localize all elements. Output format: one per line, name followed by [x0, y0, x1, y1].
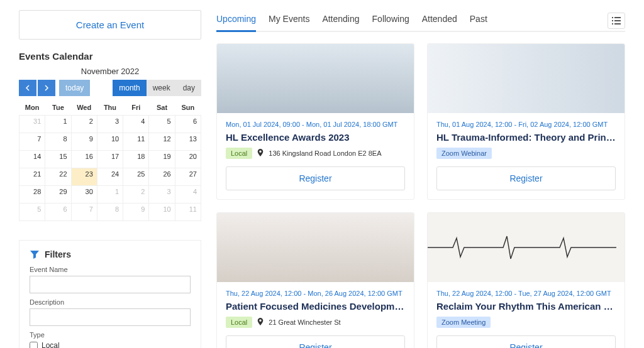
calendar-day[interactable]: 6: [175, 116, 201, 133]
calendar-day[interactable]: 11: [123, 133, 149, 151]
tab-past[interactable]: Past: [470, 10, 487, 31]
calendar-day[interactable]: 19: [149, 151, 175, 168]
calendar-view-day[interactable]: day: [177, 80, 201, 96]
calendar-day[interactable]: 7: [71, 204, 97, 221]
tab-upcoming[interactable]: Upcoming: [216, 10, 256, 32]
svg-rect-1: [614, 17, 621, 18]
filter-icon: [30, 249, 40, 259]
register-button[interactable]: Register: [436, 335, 616, 348]
svg-rect-5: [614, 23, 621, 24]
calendar-day[interactable]: 9: [71, 133, 97, 151]
event-meta: Local136 Kingsland Road London E2 8EA: [226, 148, 405, 159]
calendar-title: Events Calendar: [19, 51, 201, 62]
event-card: Thu, 01 Aug 2024, 12:00 - Fri, 02 Aug 20…: [427, 43, 625, 200]
calendar-day[interactable]: 21: [19, 168, 45, 186]
calendar-day[interactable]: 2: [123, 186, 149, 204]
calendar-day[interactable]: 5: [19, 204, 45, 221]
event-badge: Zoom Meeting: [436, 317, 491, 328]
tab-attending[interactable]: Attending: [322, 10, 359, 31]
calendar-day[interactable]: 2: [71, 116, 97, 133]
svg-rect-2: [612, 20, 613, 21]
calendar-prev-button[interactable]: [19, 80, 36, 96]
tab-my-events[interactable]: My Events: [269, 10, 309, 31]
register-button[interactable]: Register: [436, 166, 616, 190]
calendar-day[interactable]: 4: [123, 116, 149, 133]
calendar-day[interactable]: 18: [123, 151, 149, 168]
filter-input-eventname[interactable]: [30, 276, 191, 293]
tab-following[interactable]: Following: [372, 10, 409, 31]
filters-panel: Filters Event Name Description Type Loca…: [19, 240, 201, 348]
calendar-day[interactable]: 16: [71, 151, 97, 168]
calendar-view-month[interactable]: month: [113, 80, 146, 96]
event-badge: Local: [226, 148, 252, 159]
calendar-day[interactable]: 3: [97, 116, 123, 133]
event-meta: Zoom Meeting: [436, 317, 616, 328]
calendar-day[interactable]: 11: [175, 204, 201, 221]
calendar-day[interactable]: 31: [19, 116, 45, 133]
calendar-day[interactable]: 25: [123, 168, 149, 186]
register-button[interactable]: Register: [226, 335, 405, 348]
calendar-day[interactable]: 13: [175, 133, 201, 151]
calendar-day[interactable]: 20: [175, 151, 201, 168]
filter-type-checkbox[interactable]: [30, 342, 38, 349]
calendar-day[interactable]: 24: [97, 168, 123, 186]
list-view-toggle[interactable]: [608, 13, 625, 29]
calendar-day[interactable]: 29: [45, 186, 71, 204]
filter-label-description: Description: [30, 298, 191, 306]
calendar-day[interactable]: 9: [123, 204, 149, 221]
calendar-day[interactable]: 26: [149, 168, 175, 186]
event-title[interactable]: HL Excellence Awards 2023: [226, 132, 405, 143]
calendar-day[interactable]: 5: [149, 116, 175, 133]
chevron-right-icon: [44, 85, 49, 91]
event-card: Thu, 22 Aug 2024, 12:00 - Mon, 26 Aug 20…: [216, 212, 414, 348]
event-title[interactable]: Reclaim Your Rhythm This American Heart …: [436, 301, 616, 312]
calendar-day[interactable]: 10: [149, 204, 175, 221]
event-date: Thu, 01 Aug 2024, 12:00 - Fri, 02 Aug 20…: [436, 121, 616, 128]
filter-input-description[interactable]: [30, 308, 191, 326]
calendar-day[interactable]: 23: [71, 168, 97, 186]
calendar-day[interactable]: 10: [97, 133, 123, 151]
event-title[interactable]: Patient Focused Medicines Development Co…: [226, 301, 405, 312]
calendar-day[interactable]: 1: [45, 116, 71, 133]
tab-attended[interactable]: Attended: [422, 10, 457, 31]
calendar-day[interactable]: 3: [149, 186, 175, 204]
calendar-day[interactable]: 17: [97, 151, 123, 168]
calendar-weekday: Sun: [175, 100, 201, 116]
event-card: Thu, 22 Aug 2024, 12:00 - Tue, 27 Aug 20…: [427, 212, 625, 348]
calendar-today-button[interactable]: today: [59, 80, 90, 96]
event-date: Mon, 01 Jul 2024, 09:00 - Mon, 01 Jul 20…: [226, 121, 405, 128]
calendar-day[interactable]: 6: [45, 204, 71, 221]
calendar-grid: MonTueWedThuFriSatSun 311234567891011121…: [19, 100, 201, 221]
calendar-next-button[interactable]: [38, 80, 55, 96]
filters-title: Filters: [45, 249, 71, 259]
event-location: 136 Kingsland Road London E2 8EA: [269, 150, 381, 157]
filter-type-option[interactable]: Local: [30, 341, 191, 348]
register-button[interactable]: Register: [226, 166, 405, 190]
calendar-day[interactable]: 8: [97, 204, 123, 221]
calendar-day[interactable]: 27: [175, 168, 201, 186]
event-meta: Zoom Webinar: [436, 148, 616, 159]
calendar-day[interactable]: 15: [45, 151, 71, 168]
calendar-day[interactable]: 28: [19, 186, 45, 204]
calendar-day[interactable]: 12: [149, 133, 175, 151]
event-date: Thu, 22 Aug 2024, 12:00 - Tue, 27 Aug 20…: [436, 290, 616, 297]
calendar-view-week[interactable]: week: [147, 80, 177, 96]
filter-type-label: Local: [42, 341, 60, 348]
event-badge: Zoom Webinar: [436, 148, 492, 159]
calendar-day[interactable]: 22: [45, 168, 71, 186]
svg-rect-0: [612, 17, 613, 18]
create-event-button[interactable]: Create an Event: [19, 10, 201, 40]
calendar-weekday: Tue: [45, 100, 71, 116]
calendar-day[interactable]: 1: [97, 186, 123, 204]
calendar-weekday: Sat: [149, 100, 175, 116]
filter-label-eventname: Event Name: [30, 266, 191, 273]
calendar-day[interactable]: 30: [71, 186, 97, 204]
chevron-left-icon: [25, 85, 30, 91]
calendar-day[interactable]: 7: [19, 133, 45, 151]
event-image: [428, 44, 625, 113]
calendar-day[interactable]: 4: [175, 186, 201, 204]
calendar-day[interactable]: 14: [19, 151, 45, 168]
calendar-day[interactable]: 8: [45, 133, 71, 151]
event-title[interactable]: HL Trauma-Informed: Theory and Principle…: [436, 132, 616, 143]
filter-label-type: Type: [30, 331, 191, 339]
